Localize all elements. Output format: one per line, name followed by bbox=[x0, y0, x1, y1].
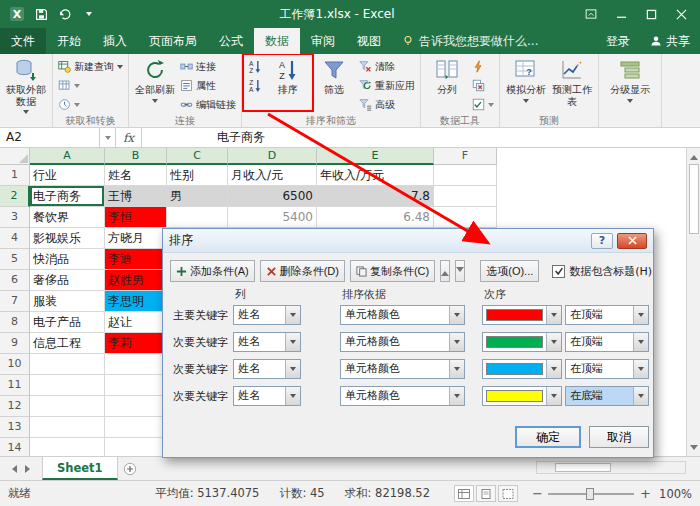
refresh-all-button[interactable]: 全部刷新 bbox=[132, 56, 178, 108]
sort-column-select-3[interactable]: 姓名 bbox=[233, 359, 301, 379]
row-header-3[interactable]: 3 bbox=[0, 207, 30, 228]
tab-page-layout[interactable]: 页面布局 bbox=[138, 28, 208, 54]
order-select-3[interactable]: 在顶端 bbox=[565, 359, 649, 379]
color-select-4[interactable] bbox=[482, 386, 562, 406]
dialog-help-button[interactable]: ? bbox=[591, 233, 613, 249]
insert-function-button[interactable]: fx bbox=[116, 128, 142, 147]
maximize-button[interactable] bbox=[636, 2, 666, 26]
empty-cell[interactable] bbox=[434, 165, 497, 186]
previous-sheet-button[interactable] bbox=[8, 465, 17, 473]
order-select-1[interactable]: 在顶端 bbox=[565, 305, 649, 325]
cell-C2[interactable]: 男 bbox=[167, 186, 228, 207]
tab-insert[interactable]: 插入 bbox=[92, 28, 138, 54]
tab-data[interactable]: 数据 bbox=[254, 28, 300, 54]
filter-button[interactable]: 筛选 bbox=[311, 56, 357, 98]
empty-cell[interactable] bbox=[105, 396, 167, 417]
row-header-8[interactable]: 8 bbox=[0, 312, 30, 333]
horizontal-scrollbar[interactable] bbox=[536, 461, 686, 474]
sort-column-select-4[interactable]: 姓名 bbox=[233, 386, 301, 406]
cell-A6[interactable]: 奢侈品 bbox=[30, 270, 105, 291]
zoom-slider-knob[interactable] bbox=[586, 488, 594, 500]
has-headers-checkbox[interactable]: 数据包含标题(H) bbox=[552, 264, 652, 279]
ribbon-display-options-button[interactable] bbox=[576, 2, 606, 26]
close-button[interactable] bbox=[666, 2, 696, 26]
cell-B9[interactable]: 李莉 bbox=[105, 333, 167, 354]
tab-formulas[interactable]: 公式 bbox=[208, 28, 254, 54]
clear-filter-button[interactable]: 清除 bbox=[357, 58, 417, 75]
cell-B6[interactable]: 赵胜男 bbox=[105, 270, 167, 291]
zoom-in-button[interactable]: + bbox=[640, 486, 650, 501]
sort-button[interactable]: AZ 排序 bbox=[265, 56, 311, 98]
get-external-data-button[interactable]: 获取外部数据 bbox=[3, 56, 49, 119]
column-header-f[interactable]: F bbox=[434, 148, 497, 165]
tab-review[interactable]: 审阅 bbox=[300, 28, 346, 54]
reapply-button[interactable]: 重新应用 bbox=[357, 77, 417, 94]
cell-B7[interactable]: 李思明 bbox=[105, 291, 167, 312]
column-header-b[interactable]: B bbox=[105, 148, 167, 165]
dropdown-arrow-icon[interactable] bbox=[449, 333, 464, 351]
empty-cell[interactable] bbox=[30, 396, 105, 417]
tell-me-box[interactable]: 告诉我您想要做什么... bbox=[392, 28, 548, 54]
dropdown-arrow-icon[interactable] bbox=[285, 360, 300, 378]
row-header-13[interactable]: 13 bbox=[0, 417, 30, 438]
column-header-d[interactable]: D bbox=[228, 148, 317, 165]
sort-on-select-3[interactable]: 单元格颜色 bbox=[340, 359, 465, 379]
sort-column-select-2[interactable]: 姓名 bbox=[233, 332, 301, 352]
dropdown-arrow-icon[interactable] bbox=[285, 306, 300, 324]
dropdown-arrow-icon[interactable] bbox=[546, 306, 561, 324]
new-query-button[interactable]: 新建查询 bbox=[56, 58, 125, 75]
advanced-filter-button[interactable]: 高级 bbox=[357, 96, 417, 113]
cell-B2[interactable]: 王博 bbox=[105, 186, 167, 207]
dropdown-arrow-icon[interactable] bbox=[633, 333, 648, 351]
outline-button[interactable]: 分级显示 bbox=[602, 56, 658, 108]
flash-fill-button[interactable] bbox=[470, 58, 496, 75]
horizontal-scroll-thumb[interactable] bbox=[555, 463, 611, 472]
normal-view-button[interactable] bbox=[454, 485, 474, 502]
sort-options-button[interactable]: 选项(O)... bbox=[480, 260, 539, 282]
dropdown-arrow-icon[interactable] bbox=[546, 333, 561, 351]
row-header-5[interactable]: 5 bbox=[0, 249, 30, 270]
sort-on-select-4[interactable]: 单元格颜色 bbox=[340, 386, 465, 406]
color-select-2[interactable] bbox=[482, 332, 562, 352]
empty-cell[interactable] bbox=[30, 354, 105, 375]
cell-A2-active[interactable]: 电子商务 bbox=[30, 186, 105, 207]
color-select-1[interactable] bbox=[482, 305, 562, 325]
sort-on-select-1[interactable]: 单元格颜色 bbox=[340, 305, 465, 325]
row-header-11[interactable]: 11 bbox=[0, 375, 30, 396]
cell-B5[interactable]: 李迪 bbox=[105, 249, 167, 270]
cell-A3[interactable]: 餐饮界 bbox=[30, 207, 105, 228]
row-header-14[interactable]: 14 bbox=[0, 438, 30, 456]
dropdown-arrow-icon[interactable] bbox=[285, 387, 300, 405]
tab-home[interactable]: 开始 bbox=[46, 28, 92, 54]
new-sheet-button[interactable] bbox=[118, 457, 142, 480]
cell-B1[interactable]: 姓名 bbox=[105, 165, 167, 186]
column-header-a[interactable]: A bbox=[30, 148, 105, 165]
scroll-up-button[interactable] bbox=[687, 148, 700, 162]
page-break-preview-button[interactable] bbox=[498, 485, 518, 502]
sort-a-to-z-button[interactable]: AZ bbox=[245, 58, 265, 75]
empty-cell[interactable] bbox=[105, 417, 167, 438]
cell-B8[interactable]: 赵让 bbox=[105, 312, 167, 333]
cell-C1[interactable]: 性别 bbox=[167, 165, 228, 186]
cell-A4[interactable]: 影视娱乐 bbox=[30, 228, 105, 249]
save-button[interactable] bbox=[32, 5, 50, 23]
forecast-sheet-button[interactable]: 预测工作表 bbox=[549, 56, 595, 109]
ok-button[interactable]: 确定 bbox=[515, 426, 581, 448]
row-header-10[interactable]: 10 bbox=[0, 354, 30, 375]
add-condition-button[interactable]: 添加条件(A) bbox=[170, 260, 255, 282]
vertical-scroll-thumb[interactable] bbox=[689, 164, 699, 234]
row-header-4[interactable]: 4 bbox=[0, 228, 30, 249]
text-to-columns-button[interactable]: 分列 bbox=[424, 56, 470, 98]
row-header-12[interactable]: 12 bbox=[0, 396, 30, 417]
dropdown-arrow-icon[interactable] bbox=[449, 360, 464, 378]
column-header-e[interactable]: E bbox=[317, 148, 434, 165]
formula-input[interactable]: 电子商务 bbox=[142, 128, 700, 147]
cell-A1[interactable]: 行业 bbox=[30, 165, 105, 186]
next-sheet-button[interactable] bbox=[25, 465, 34, 473]
dropdown-arrow-icon[interactable] bbox=[633, 387, 648, 405]
cell-B3[interactable]: 李恒 bbox=[105, 207, 167, 228]
dropdown-arrow-icon[interactable] bbox=[546, 360, 561, 378]
share-button[interactable]: 共享 bbox=[640, 28, 700, 54]
name-box-dropdown[interactable] bbox=[100, 128, 116, 147]
sort-column-select-1[interactable]: 姓名 bbox=[233, 305, 301, 325]
